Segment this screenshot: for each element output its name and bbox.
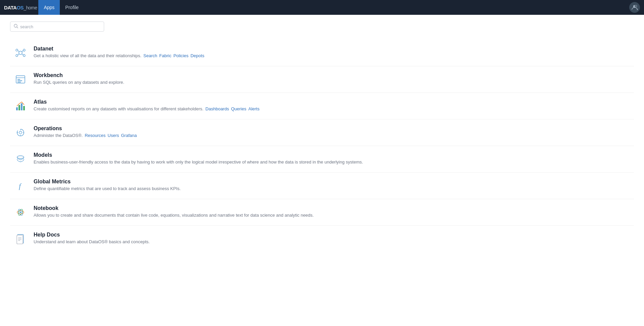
app-link-datanet-policies[interactable]: Policies: [173, 53, 188, 58]
main-content: DatanetGet a holistic view of all the da…: [0, 15, 644, 326]
app-content-workbench: WorkbenchRun SQL queries on any datasets…: [34, 72, 631, 85]
search-input[interactable]: [20, 24, 100, 29]
app-desc-row-notebook: Allows you to create and share documents…: [34, 213, 631, 218]
app-icon-datanet: [13, 46, 28, 60]
app-desc-help-docs: Understand and learn about DataOS® basic…: [34, 239, 150, 244]
app-title-workbench[interactable]: Workbench: [34, 72, 631, 78]
app-desc-row-atlas: Create customised reports on any dataset…: [34, 106, 631, 111]
app-item-datanet: DatanetGet a holistic view of all the da…: [10, 40, 634, 66]
app-desc-row-datanet: Get a holistic view of all the data and …: [34, 53, 631, 58]
app-title-global-metrics[interactable]: Global Metrics: [34, 179, 631, 185]
brand-data: DATA: [4, 5, 16, 10]
app-item-notebook: NotebookAllows you to create and share d…: [10, 199, 634, 226]
app-content-datanet: DatanetGet a holistic view of all the da…: [34, 46, 631, 58]
apps-nav-button[interactable]: Apps: [38, 0, 60, 15]
app-icon-help-docs: [13, 232, 28, 246]
app-item-help-docs: Help DocsUnderstand and learn about Data…: [10, 226, 634, 252]
svg-point-7: [16, 55, 18, 57]
app-list: DatanetGet a holistic view of all the da…: [10, 40, 634, 252]
app-title-datanet[interactable]: Datanet: [34, 46, 631, 52]
svg-rect-19: [18, 105, 20, 110]
svg-line-9: [18, 50, 19, 52]
svg-point-6: [23, 49, 25, 51]
svg-rect-20: [21, 103, 23, 110]
app-link-datanet-fabric[interactable]: Fabric: [159, 53, 171, 58]
topnav-right: [629, 2, 640, 13]
app-desc-global-metrics: Define quantifiable metrics that are use…: [34, 186, 181, 191]
app-icon-global-metrics: f: [13, 179, 28, 193]
app-icon-models: [13, 152, 28, 166]
app-content-notebook: NotebookAllows you to create and share d…: [34, 205, 631, 218]
app-link-datanet-depots[interactable]: Depots: [190, 53, 204, 58]
app-desc-operations: Administer the DataOS®.: [34, 133, 83, 138]
svg-rect-16: [17, 80, 22, 81]
app-title-notebook[interactable]: Notebook: [34, 205, 631, 211]
app-link-operations-resources[interactable]: Resources: [85, 133, 105, 138]
app-icon-notebook: [13, 205, 28, 219]
app-content-operations: OperationsAdminister the DataOS®.Resourc…: [34, 125, 631, 138]
brand-os: OS: [16, 5, 24, 10]
svg-point-28: [17, 156, 24, 158]
app-desc-row-global-metrics: Define quantifiable metrics that are use…: [34, 186, 631, 191]
svg-text:f: f: [19, 182, 22, 190]
app-link-atlas-alerts[interactable]: Alerts: [248, 106, 259, 111]
svg-line-12: [22, 54, 23, 55]
svg-line-11: [18, 54, 19, 55]
app-link-datanet-search[interactable]: Search: [143, 53, 157, 58]
svg-rect-15: [17, 79, 20, 80]
brand-logo: DATAOS_home: [4, 5, 37, 10]
brand-home: _home: [24, 5, 37, 10]
app-link-operations-users[interactable]: Users: [108, 133, 119, 138]
app-content-help-docs: Help DocsUnderstand and learn about Data…: [34, 232, 631, 244]
app-icon-operations: [13, 125, 28, 140]
svg-point-23: [19, 131, 22, 134]
svg-rect-36: [17, 235, 23, 244]
app-desc-row-workbench: Run SQL queries on any datasets and expl…: [34, 80, 631, 85]
app-title-help-docs[interactable]: Help Docs: [34, 232, 631, 238]
app-desc-atlas: Create customised reports on any dataset…: [34, 106, 204, 111]
svg-point-8: [23, 55, 25, 57]
app-desc-workbench: Run SQL queries on any datasets and expl…: [34, 80, 124, 85]
app-content-global-metrics: Global MetricsDefine quantifiable metric…: [34, 179, 631, 191]
app-desc-notebook: Allows you to create and share documents…: [34, 213, 314, 218]
app-item-operations: OperationsAdminister the DataOS®.Resourc…: [10, 119, 634, 146]
svg-point-34: [20, 212, 22, 213]
app-link-operations-grafana[interactable]: Grafana: [121, 133, 137, 138]
search-container: [10, 22, 104, 32]
svg-line-10: [22, 50, 23, 52]
app-item-atlas: AtlasCreate customised reports on any da…: [10, 93, 634, 119]
profile-nav-button[interactable]: Profile: [60, 0, 84, 15]
svg-point-4: [19, 51, 22, 55]
user-avatar[interactable]: [629, 2, 640, 13]
svg-rect-21: [23, 106, 25, 110]
app-desc-models: Enables business-user-friendly access to…: [34, 159, 363, 165]
topnav-left: DATAOS_home Apps Profile: [4, 0, 84, 15]
svg-rect-17: [17, 82, 21, 82]
svg-point-1: [635, 5, 637, 7]
svg-rect-18: [16, 107, 18, 110]
app-title-operations[interactable]: Operations: [34, 125, 631, 132]
app-icon-atlas: [13, 99, 28, 113]
topnav: DATAOS_home Apps Profile: [0, 0, 644, 15]
svg-point-5: [16, 49, 18, 51]
app-desc-datanet: Get a holistic view of all the data and …: [34, 53, 141, 58]
app-content-atlas: AtlasCreate customised reports on any da…: [34, 99, 631, 111]
app-icon-workbench: [13, 72, 28, 86]
app-title-atlas[interactable]: Atlas: [34, 99, 631, 105]
app-title-models[interactable]: Models: [34, 152, 631, 158]
app-desc-row-operations: Administer the DataOS®.ResourcesUsersGra…: [34, 133, 631, 138]
app-link-atlas-queries[interactable]: Queries: [231, 106, 247, 111]
app-link-atlas-dashboards[interactable]: Dashboards: [206, 106, 229, 111]
app-item-models: ModelsEnables business-user-friendly acc…: [10, 146, 634, 173]
app-item-workbench: WorkbenchRun SQL queries on any datasets…: [10, 66, 634, 93]
search-icon: [14, 24, 18, 29]
app-desc-row-help-docs: Understand and learn about DataOS® basic…: [34, 239, 631, 244]
app-item-global-metrics: f Global MetricsDefine quantifiable metr…: [10, 173, 634, 199]
app-content-models: ModelsEnables business-user-friendly acc…: [34, 152, 631, 165]
search-wrap: [10, 22, 634, 32]
svg-line-3: [17, 27, 18, 28]
app-desc-row-models: Enables business-user-friendly access to…: [34, 159, 631, 165]
